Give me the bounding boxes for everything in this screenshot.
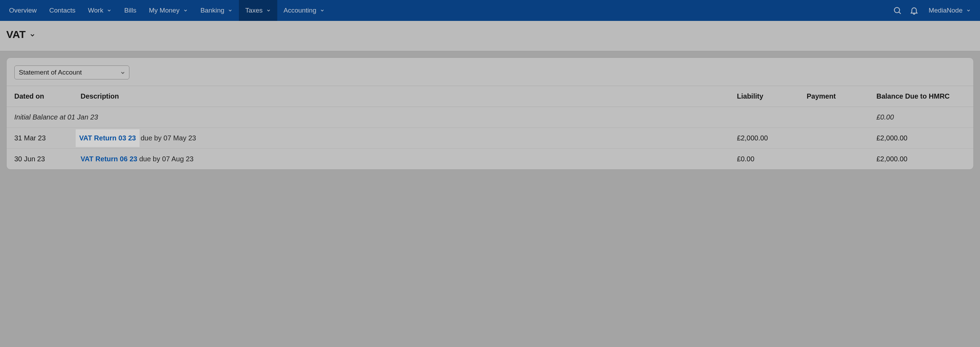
table-header-row: Dated on Description Liability Payment B… [6, 86, 974, 107]
view-select-label: Statement of Account [19, 69, 82, 76]
chevron-down-icon [266, 8, 271, 13]
initial-balance-row: Initial Balance at 01 Jan 23£0.00 [6, 107, 974, 128]
nav-item-bills[interactable]: Bills [118, 0, 143, 21]
search-icon[interactable] [889, 0, 906, 21]
nav-item-accounting[interactable]: Accounting [277, 0, 331, 21]
nav-item-banking[interactable]: Banking [194, 0, 239, 21]
col-header-pay: Payment [799, 86, 869, 107]
vat-return-link[interactable]: VAT Return 03 23 [79, 134, 136, 142]
cell-description: VAT Return 03 23 due by 07 May 23 [73, 128, 729, 149]
table-row: 30 Jun 23VAT Return 06 23 due by 07 Aug … [6, 149, 974, 170]
col-header-desc: Description [73, 86, 729, 107]
cell-date: 30 Jun 23 [6, 149, 73, 170]
nav-item-label: Accounting [283, 6, 316, 14]
page-title-menu[interactable]: VAT [6, 29, 974, 40]
statement-panel: Statement of Account Dated on Descriptio… [6, 57, 974, 170]
chevron-down-icon [107, 8, 111, 13]
nav-item-overview[interactable]: Overview [3, 0, 43, 21]
due-text: due by 07 Aug 23 [137, 155, 194, 163]
svg-line-1 [899, 12, 901, 14]
cell-date: 31 Mar 23 [6, 128, 73, 149]
chevron-down-icon [183, 8, 188, 13]
highlight-cutout: VAT Return 03 23 [76, 130, 139, 146]
cell-liability: £2,000.00 [729, 128, 799, 149]
cell-balance: £2,000.00 [869, 128, 974, 149]
nav-item-label: Banking [200, 6, 224, 14]
statement-table: Dated on Description Liability Payment B… [6, 86, 974, 170]
page-header: VAT [0, 21, 980, 51]
chevron-down-icon [228, 8, 232, 13]
col-header-bal: Balance Due to HMRC [869, 86, 974, 107]
chevron-down-icon [966, 8, 971, 13]
cell-balance: £2,000.00 [869, 149, 974, 170]
page-title: VAT [6, 29, 26, 40]
initial-balance-value: £0.00 [869, 107, 974, 128]
col-header-date: Dated on [6, 86, 73, 107]
nav-item-my-money[interactable]: My Money [143, 0, 194, 21]
chevron-down-icon [29, 32, 34, 37]
col-header-liab: Liability [729, 86, 799, 107]
user-menu[interactable]: MediaNode [923, 0, 977, 21]
top-nav: OverviewContactsWorkBillsMy MoneyBanking… [0, 0, 980, 21]
vat-return-link[interactable]: VAT Return 06 23 [81, 155, 137, 163]
nav-item-taxes[interactable]: Taxes [239, 0, 277, 21]
nav-item-work[interactable]: Work [82, 0, 118, 21]
cell-payment [799, 128, 869, 149]
view-select[interactable]: Statement of Account [14, 65, 129, 79]
table-row: 31 Mar 23VAT Return 03 23 due by 07 May … [6, 128, 974, 149]
nav-item-label: Work [88, 6, 103, 14]
chevron-down-icon [120, 70, 125, 75]
cell-payment [799, 149, 869, 170]
cell-liability: £0.00 [729, 149, 799, 170]
nav-item-label: Overview [9, 6, 37, 14]
nav-item-contacts[interactable]: Contacts [43, 0, 82, 21]
due-text: due by 07 May 23 [139, 134, 196, 142]
nav-item-label: Bills [124, 6, 136, 14]
svg-point-0 [894, 7, 899, 13]
nav-item-label: Contacts [49, 6, 75, 14]
initial-balance-text: Initial Balance at 01 Jan 23 [6, 107, 869, 128]
nav-item-label: Taxes [245, 6, 262, 14]
chevron-down-icon [320, 8, 325, 13]
nav-item-label: My Money [149, 6, 180, 14]
cell-description: VAT Return 06 23 due by 07 Aug 23 [73, 149, 729, 170]
notifications-icon[interactable] [906, 0, 923, 21]
user-label: MediaNode [929, 6, 963, 14]
